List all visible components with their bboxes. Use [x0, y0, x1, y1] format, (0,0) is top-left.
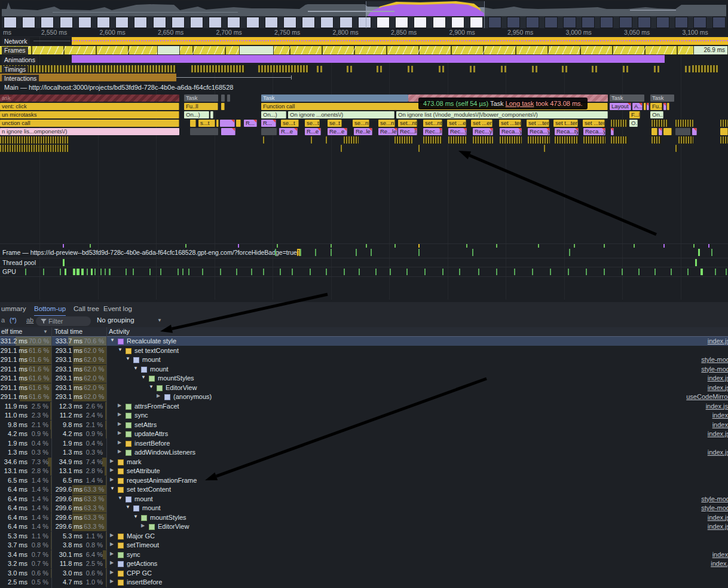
table-row[interactable]: 3.2 ms0.7 %11.8 ms2.5 %▶getActionsindex.… — [0, 559, 728, 568]
flame-block[interactable] — [692, 128, 697, 135]
flame-block[interactable] — [611, 128, 614, 135]
flame-block[interactable] — [221, 128, 235, 135]
main-thread-title[interactable]: Main — http://localhost:3000/projects/bd… — [4, 84, 233, 91]
flame-block[interactable] — [611, 120, 628, 127]
track-label-timings[interactable]: Timings — [2, 66, 28, 74]
timing-mark[interactable] — [654, 66, 659, 72]
thread-pool-title[interactable]: Thread pool — [2, 259, 36, 266]
flame-block[interactable] — [659, 128, 662, 135]
source-location-link[interactable]: index.js — [708, 374, 728, 382]
screenshot-thumbnail[interactable] — [600, 17, 613, 28]
flame-block[interactable]: Task — [184, 95, 218, 102]
flame-block[interactable]: F...l — [629, 111, 640, 118]
activity-name[interactable]: mount — [150, 365, 169, 373]
flame-block[interactable]: Rec...le — [398, 128, 417, 135]
expand-arrow-icon[interactable]: ▶ — [118, 403, 121, 408]
flame-block[interactable]: set ...ent — [447, 120, 466, 127]
flame-block[interactable]: On ignore list (\/node_modules\/|\/bower… — [396, 111, 608, 118]
collapse-arrow-icon[interactable]: ▼ — [141, 374, 146, 380]
table-row[interactable]: 3.4 ms0.7 %30.1 ms6.4 %▶syncindex. — [0, 550, 728, 559]
expand-arrow-icon[interactable]: ▶ — [118, 430, 121, 435]
expand-arrow-icon[interactable]: ▶ — [118, 421, 121, 426]
activity-name[interactable]: mount — [134, 495, 153, 502]
flame-block[interactable]: set...nt — [398, 120, 417, 127]
flame-block[interactable]: R... — [244, 120, 257, 127]
collapse-arrow-icon[interactable]: ▼ — [133, 514, 138, 519]
window-handle-left[interactable] — [366, 1, 366, 28]
table-row[interactable]: 1.3 ms0.3 %1.3 ms0.3 %▶addWindowListener… — [0, 448, 728, 457]
screenshot-thumbnail[interactable] — [41, 17, 54, 28]
expand-arrow-icon[interactable]: ▶ — [157, 393, 160, 398]
activity-name[interactable]: sync — [134, 412, 148, 419]
column-divider[interactable] — [51, 327, 52, 588]
source-location-link[interactable]: index.js — [708, 337, 728, 345]
match-word-icon[interactable]: ab — [26, 316, 33, 324]
flame-block[interactable] — [667, 103, 669, 110]
flame-block[interactable]: Rec...yle — [473, 128, 493, 135]
screenshot-thumbnail[interactable] — [563, 17, 576, 28]
timeline-minimap[interactable] — [2, 1, 726, 28]
screenshot-thumbnail[interactable] — [545, 17, 558, 28]
tab-call-tree[interactable]: Call tree — [74, 302, 99, 315]
flame-block[interactable] — [651, 128, 657, 135]
flame-block[interactable]: On...) — [650, 111, 663, 118]
flame-block[interactable] — [720, 120, 728, 127]
flame-block[interactable] — [423, 136, 442, 144]
flame-block[interactable]: se..t — [328, 120, 342, 127]
screenshot-thumbnail[interactable] — [22, 17, 35, 28]
flame-block[interactable]: se...nt — [353, 120, 369, 127]
screenshot-thumbnail[interactable] — [619, 17, 632, 28]
flame-block[interactable] — [221, 95, 225, 102]
match-case-icon[interactable]: a — [1, 316, 5, 324]
flame-block[interactable]: n ignore lis...omponents\/) — [0, 128, 179, 135]
timing-mark[interactable] — [685, 66, 690, 72]
flame-block[interactable] — [678, 136, 693, 144]
activity-name[interactable]: Recalculate style — [127, 337, 176, 345]
flame-block[interactable]: vent: click — [0, 103, 179, 110]
flame-block[interactable] — [663, 103, 666, 110]
tab-event-log[interactable]: Event log — [103, 302, 132, 315]
flame-block[interactable] — [220, 120, 235, 127]
flame-block[interactable]: Reca...tyle — [555, 128, 579, 135]
activity-name[interactable]: mount — [142, 356, 161, 363]
flame-block[interactable] — [0, 136, 69, 144]
column-self-time[interactable]: elf time — [1, 328, 22, 335]
source-location-link[interactable]: index.js — [708, 430, 728, 437]
source-location-link[interactable]: style-mod — [701, 495, 728, 502]
flame-block[interactable]: On...) — [184, 111, 209, 118]
source-location-link[interactable]: style-mod — [701, 365, 728, 373]
flame-block[interactable]: Reca...yle — [583, 128, 605, 135]
timing-mark[interactable] — [592, 66, 597, 72]
screenshot-thumbnail[interactable] — [488, 17, 501, 28]
activity-name[interactable]: requestAnimationFrame — [127, 477, 197, 484]
expand-arrow-icon[interactable]: ▶ — [118, 412, 121, 417]
expand-arrow-icon[interactable]: ▶ — [110, 458, 114, 464]
screenshot-thumbnail[interactable] — [97, 17, 110, 28]
activity-name[interactable]: sync — [127, 551, 140, 558]
source-location-link[interactable]: index. — [712, 421, 728, 428]
source-location-link[interactable]: style-mod — [701, 356, 728, 363]
screenshot-thumbnail[interactable] — [395, 17, 408, 28]
activity-name[interactable]: set textContent — [134, 347, 179, 354]
flame-block[interactable] — [675, 120, 693, 127]
screenshot-thumbnail[interactable] — [78, 17, 91, 28]
flame-block[interactable]: R...e — [279, 128, 298, 135]
expand-arrow-icon[interactable]: ▶ — [110, 541, 114, 547]
grouping-select[interactable]: No grouping — [97, 316, 134, 324]
flame-block[interactable]: set ...tent — [499, 120, 521, 127]
timing-mark[interactable] — [408, 66, 413, 72]
expand-arrow-icon[interactable]: ▶ — [110, 467, 114, 473]
flame-block[interactable] — [647, 103, 649, 110]
expand-arrow-icon[interactable]: ▶ — [110, 560, 114, 565]
table-row[interactable]: 291.1 ms61.6 %293.1 ms62.0 %▼set textCon… — [0, 346, 728, 355]
screenshot-thumbnail[interactable] — [227, 17, 240, 28]
table-row[interactable]: 291.1 ms61.6 %293.1 ms62.0 %▶(anonymous)… — [0, 392, 728, 401]
frame-duration-badge[interactable]: 26.9 ms — [693, 46, 728, 54]
expand-arrow-icon[interactable]: ▶ — [110, 578, 114, 584]
filter-input[interactable]: Filter — [36, 316, 91, 326]
gpu-track-title[interactable]: GPU — [2, 268, 16, 275]
screenshot-thumbnail[interactable] — [470, 17, 483, 28]
flame-block[interactable]: ask — [0, 95, 179, 102]
flame-block[interactable] — [190, 120, 196, 127]
flame-block[interactable]: s...t — [198, 120, 215, 127]
